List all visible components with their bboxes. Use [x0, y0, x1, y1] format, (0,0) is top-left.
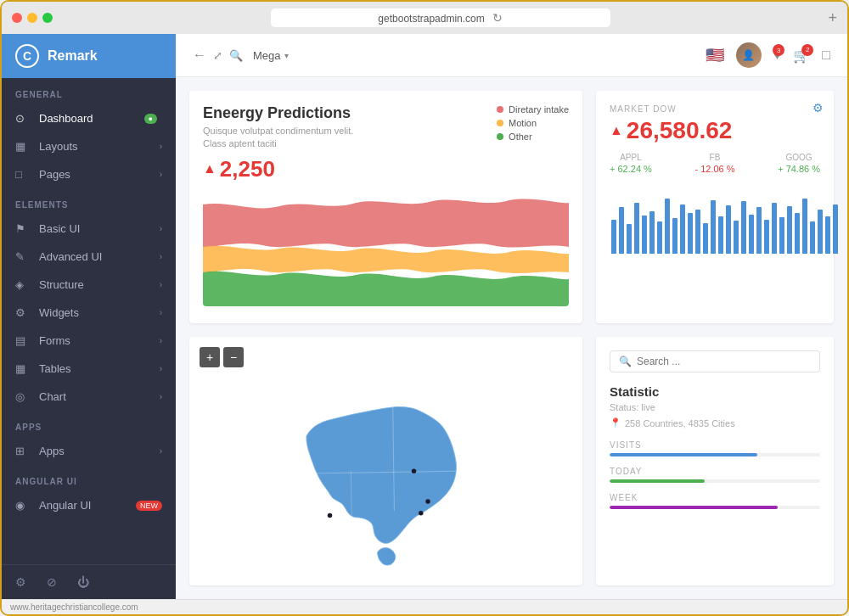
url-bar[interactable]: getbootstrapadmin.com ↻: [271, 8, 610, 27]
market-up-arrow: ▲: [610, 123, 623, 138]
sidebar-item-tables[interactable]: ▦ Tables ›: [2, 355, 176, 383]
refresh-icon[interactable]: ↻: [492, 11, 503, 25]
chevron-right-icon: ›: [160, 364, 162, 373]
sidebar-item-structure[interactable]: ◈ Structure ›: [2, 271, 176, 299]
search-icon[interactable]: 🔍: [229, 49, 243, 62]
maximize-button[interactable]: [42, 13, 53, 23]
bar-item: [611, 220, 616, 254]
new-tab-button[interactable]: +: [828, 9, 837, 27]
bar-item: [764, 220, 769, 254]
sidebar-item-apps[interactable]: ⊞ Apps ›: [2, 437, 176, 465]
bar-item: [672, 218, 678, 254]
sidebar-item-layouts[interactable]: ▦ Layouts ›: [2, 132, 176, 160]
notifications-icon[interactable]: ♥ 3: [773, 48, 782, 63]
chevron-right-icon: ›: [160, 252, 162, 261]
chart-icon: ◎: [15, 390, 31, 403]
week-label: WEEK: [610, 493, 820, 502]
up-arrow-icon: ▲: [203, 161, 216, 176]
stats-visits-metric: VISITS: [610, 440, 820, 456]
chevron-right-icon: ›: [160, 308, 162, 317]
sidebar-item-label: Basic UI: [39, 222, 160, 235]
flag-icon[interactable]: 🇺🇸: [706, 46, 724, 64]
zoom-in-button[interactable]: +: [200, 347, 220, 367]
user-avatar[interactable]: 👤: [736, 42, 762, 68]
sidebar-item-dashboard[interactable]: ⊙ Dashboard ●: [2, 104, 176, 132]
sidebar-item-basic-ui[interactable]: ⚑ Basic UI ›: [2, 215, 176, 243]
bar-item: [695, 210, 700, 254]
stats-search-input[interactable]: [637, 356, 811, 367]
legend-label: Diretary intake: [509, 104, 569, 115]
sidebar-item-label: Dashboard: [39, 112, 144, 125]
search-icon: 🔍: [619, 356, 632, 367]
stats-today-metric: TODAY: [610, 467, 820, 483]
map-controls: + −: [200, 347, 572, 367]
mega-dropdown-arrow: ▾: [284, 51, 289, 60]
legend-item-other: Other: [497, 132, 569, 142]
legend-label: Motion: [509, 118, 537, 128]
bar-item: [810, 221, 815, 254]
sidebar-item-forms[interactable]: ▤ Forms ›: [2, 327, 176, 355]
city-dot-melbourne: [419, 511, 424, 516]
bar-item: [726, 205, 731, 254]
energy-area-chart: [203, 196, 569, 306]
chevron-right-icon: ›: [160, 142, 162, 151]
energy-predictions-card: Eneergy Predictions Quisque volutpat con…: [189, 91, 582, 323]
market-number: 26,580.62: [627, 117, 733, 144]
content-area: Eneergy Predictions Quisque volutpat con…: [176, 77, 847, 599]
sidebar-item-widgets[interactable]: ⚙ Widgets ›: [2, 299, 176, 327]
gear-icon[interactable]: ⚙: [812, 101, 824, 115]
brand-name: Remark: [48, 48, 98, 64]
section-label-general: GENERAL: [2, 78, 176, 104]
advanced-ui-icon: ✎: [15, 250, 31, 263]
bar-item: [749, 215, 754, 254]
profile-icon[interactable]: ⊘: [47, 575, 57, 589]
sidebar-item-label: Structure: [39, 278, 160, 291]
bar-item: [741, 201, 746, 254]
stats-week-metric: WEEK: [610, 493, 820, 509]
sidebar-item-angular-ui[interactable]: ◉ Angular UI NEW: [2, 491, 176, 519]
legend-item-dietary: Diretary intake: [497, 104, 569, 115]
bar-item: [734, 221, 739, 254]
stock-appl: APPL + 62.24 %: [610, 153, 652, 174]
window-controls: [12, 13, 53, 23]
bar-item: [802, 199, 807, 254]
energy-value: ▲ 2,250: [203, 156, 373, 182]
close-button[interactable]: [12, 13, 22, 23]
stats-title: Statistic: [610, 384, 820, 399]
url-text: getbootstrapadmin.com: [378, 13, 484, 25]
back-button[interactable]: ←: [193, 48, 206, 63]
city-dot-brisbane: [412, 469, 417, 474]
mega-menu[interactable]: Mega ▾: [253, 49, 289, 62]
sidebar-item-advanced-ui[interactable]: ✎ Advanced UI ›: [2, 243, 176, 271]
bar-item: [649, 211, 655, 254]
messages-icon[interactable]: □: [822, 48, 830, 63]
sidebar-item-label: Layouts: [39, 140, 160, 153]
bar-item: [657, 221, 662, 254]
sidebar-item-label: Advanced UI: [39, 250, 160, 263]
bar-item: [779, 217, 784, 254]
sidebar-item-label: Chart: [39, 390, 160, 403]
sidebar-item-chart[interactable]: ◎ Chart ›: [2, 383, 176, 411]
map-card: + −: [189, 337, 582, 585]
stock-name: APPL: [610, 153, 652, 162]
power-icon[interactable]: ⏻: [77, 575, 89, 589]
layouts-icon: ▦: [15, 140, 31, 153]
minimize-button[interactable]: [27, 13, 37, 23]
zoom-out-button[interactable]: −: [223, 347, 244, 367]
expand-icon[interactable]: ⤢: [213, 49, 222, 62]
stock-name: GOOG: [778, 153, 820, 162]
energy-number: 2,250: [220, 156, 275, 182]
cart-icon[interactable]: 🛒 2: [793, 48, 810, 64]
stats-search-bar[interactable]: 🔍: [610, 350, 820, 372]
bar-item: [787, 206, 792, 254]
widgets-icon: ⚙: [15, 306, 31, 319]
dashboard-icon: ⊙: [15, 112, 31, 125]
sidebar-item-pages[interactable]: □ Pages ›: [2, 160, 176, 188]
settings-icon[interactable]: ⚙: [15, 575, 26, 589]
bar-item: [627, 224, 632, 254]
sidebar-item-label: Pages: [39, 168, 160, 181]
topbar-nav: ← ⤢ 🔍: [193, 48, 243, 63]
bar-item: [772, 203, 777, 254]
energy-legend: Diretary intake Motion Other: [497, 104, 569, 188]
cart-badge: 2: [801, 44, 813, 56]
